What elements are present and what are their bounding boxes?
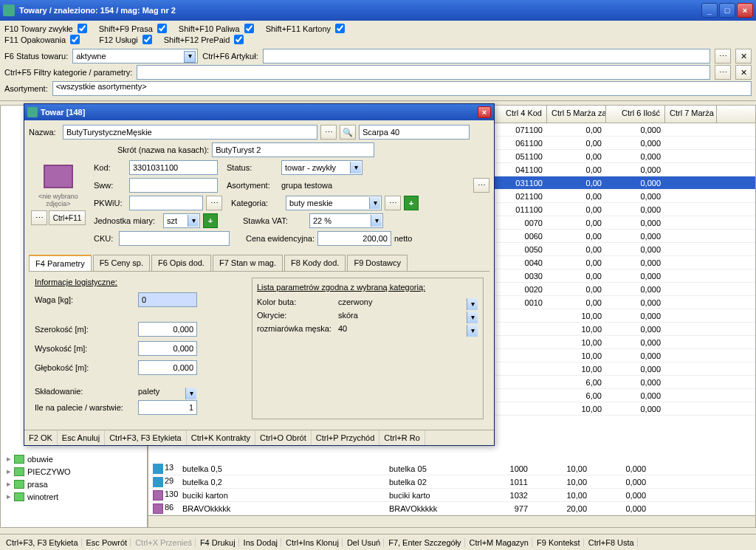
tab-f7[interactable]: F7 Stan w mag. — [213, 255, 283, 271]
input-szer[interactable] — [138, 322, 197, 337]
sb8[interactable]: F7, Enter Szczegóły — [385, 538, 464, 547]
close-btn[interactable]: × — [737, 3, 753, 18]
chk-shf12[interactable] — [234, 35, 244, 44]
tab-f8[interactable]: F8 Kody dod. — [284, 255, 346, 271]
sb6[interactable]: Ctrl+Ins Klonuj — [283, 538, 343, 547]
sb4[interactable]: F4 Drukuj — [197, 538, 239, 547]
tab-f9[interactable]: F9 Dostawcy — [347, 255, 408, 271]
mf-ctrlr[interactable]: Ctrl+R Ro — [379, 430, 425, 445]
input-artykul[interactable] — [263, 49, 710, 63]
tree-item[interactable]: ▸prasa — [1, 478, 147, 490]
input-sww[interactable] — [129, 178, 218, 193]
mf-ctrlk[interactable]: Ctrl+K Kontrakty — [187, 430, 255, 445]
btn-clear2[interactable]: ✕ — [735, 65, 752, 80]
chk-f11[interactable] — [70, 35, 80, 44]
mf-ctrlf3[interactable]: Ctrl+F3, F3 Etykieta — [105, 430, 187, 445]
combo-status[interactable]: aktywne — [72, 49, 198, 63]
btn-jm-add[interactable]: + — [203, 213, 218, 228]
tree-item[interactable]: ▸obuwie — [1, 453, 147, 465]
combo-jm[interactable]: szt — [163, 213, 200, 228]
btn-clear[interactable]: ✕ — [735, 49, 752, 63]
grid-row[interactable]: 130buciki kartonbuciki karto103210,000,0… — [148, 489, 755, 502]
input-skrot[interactable] — [212, 142, 374, 157]
input-pkwiu[interactable] — [129, 196, 203, 210]
mf-ctrlp[interactable]: Ctrl+P Przychód — [312, 430, 380, 445]
modal-close-btn[interactable]: × — [478, 106, 491, 118]
btn-more2[interactable]: ⋯ — [715, 65, 731, 80]
combo-rozm[interactable]: 40 — [338, 324, 478, 333]
btn-more[interactable]: ⋯ — [715, 49, 731, 63]
hdr-marza2[interactable]: Ctrl 7 Marża — [665, 106, 717, 123]
lbl-status: Status: — [227, 163, 278, 172]
chk-shf10[interactable] — [244, 24, 254, 33]
input-nazwa[interactable] — [63, 125, 317, 140]
btn-nazwa-more[interactable]: ⋯ — [320, 125, 337, 140]
search-icon[interactable]: 🔍 — [340, 125, 356, 140]
sb11[interactable]: Ctrl+F8 Usta — [585, 538, 638, 547]
chk-shf11[interactable] — [335, 24, 345, 33]
ctrlf11-btn[interactable]: Ctrl+F11 — [49, 210, 86, 225]
sb9[interactable]: Ctrl+M Magazyn — [467, 538, 532, 547]
grid-row[interactable]: 29butelka 0,2butelka 02101110,000,000 — [148, 475, 755, 489]
grid-row[interactable]: 86BRAVOkkkkkBRAVOkkkkk97720,000,000 — [148, 502, 755, 515]
combo-vat[interactable]: 22 % — [309, 213, 383, 228]
input-wys[interactable] — [138, 341, 197, 356]
combo-statusT[interactable]: towar - zwykły — [281, 160, 362, 175]
btn-pkwiu-more[interactable]: ⋯ — [206, 196, 222, 210]
tab-f4[interactable]: F4 Parametry — [29, 255, 92, 271]
lbl-f10: F10 Towary zwykłe — [4, 24, 73, 33]
lbl-f6: F6 Status towaru: — [4, 52, 68, 61]
sb10[interactable]: F9 Kontekst — [534, 538, 584, 547]
sb2[interactable]: Esc Powrót — [83, 538, 131, 547]
chk-shf9[interactable] — [157, 24, 167, 33]
input-asort[interactable]: <wszystkie asortymenty> — [52, 81, 752, 96]
lbl-shf9: Shift+F9 Prasa — [99, 24, 153, 33]
hscrollbar[interactable] — [148, 515, 755, 527]
btn-asort-more[interactable]: ⋯ — [473, 178, 489, 193]
tree-item[interactable]: ▸PIECZYWO — [1, 465, 147, 478]
sb7[interactable]: Del Usuń — [344, 538, 384, 547]
maximize-btn[interactable]: □ — [719, 3, 735, 18]
modal-towar: Towar [148] × Nazwa: ⋯ 🔍 Skrót (nazwa na… — [24, 103, 495, 446]
hdr-kod[interactable]: Ctrl 4 Kod — [488, 106, 547, 123]
lbl-wys: Wysokość [m]: — [35, 344, 138, 353]
mf-ctrlo[interactable]: Ctrl+O Obrót — [255, 430, 312, 445]
minimize-btn[interactable]: _ — [701, 3, 718, 18]
btn-kat-more[interactable]: ⋯ — [385, 196, 401, 210]
input-cena[interactable] — [317, 231, 391, 246]
sb5[interactable]: Ins Dodaj — [241, 538, 281, 547]
lbl-shf12: Shift+F12 PrePaid — [164, 35, 230, 44]
input-ile[interactable] — [138, 400, 197, 415]
lbl-okr: Okrycie: — [257, 311, 338, 320]
input-nazwa2[interactable] — [359, 125, 470, 140]
tab-f6[interactable]: F6 Opis dod. — [151, 255, 211, 271]
grid-row[interactable]: 13butelka 0,5butelka 05100010,000,000 — [148, 462, 755, 475]
modal-titlebar[interactable]: Towar [148] × — [24, 104, 494, 120]
input-cku[interactable] — [119, 231, 230, 246]
combo-okr[interactable]: skóra — [338, 311, 478, 320]
combo-kat[interactable]: buty meskie — [286, 196, 382, 210]
input-gleb[interactable] — [138, 360, 197, 375]
hdr-marza[interactable]: Ctrl 5 Marża zał. — [547, 106, 606, 123]
chk-f12[interactable] — [142, 35, 152, 44]
tab-f5[interactable]: F5 Ceny sp. — [93, 255, 150, 271]
input-waga[interactable] — [138, 292, 197, 307]
lbl-gleb: Głębokość [m]: — [35, 363, 138, 372]
combo-sklad[interactable]: palety — [138, 387, 197, 396]
toolbar: F10 Towary zwykłe Shift+F9 Prasa Shift+F… — [0, 21, 756, 101]
lbl-skrot: Skrót (nazwa na kasach): — [117, 145, 209, 154]
val-asort: grupa testowa — [281, 181, 470, 190]
btn-kat-add[interactable]: + — [404, 196, 419, 210]
mf-esc[interactable]: Esc Anuluj — [58, 430, 105, 445]
combo-kolor[interactable]: czerwony — [338, 298, 478, 306]
chk-f10[interactable] — [78, 24, 87, 33]
btn-photo-more[interactable]: ⋯ — [31, 210, 47, 225]
sb1[interactable]: Ctrl+F3, F3 Etykieta — [3, 538, 82, 547]
input-kod[interactable] — [129, 160, 218, 175]
hdr-ilosc[interactable]: Ctrl 6 Ilość — [606, 106, 665, 123]
sb3: Ctrl+X Przenieś — [132, 538, 196, 547]
input-filtry[interactable] — [137, 65, 710, 80]
mf-f2[interactable]: F2 OK — [24, 430, 58, 445]
lbl-vat: Stawka VAT: — [243, 216, 306, 225]
tree-item[interactable]: ▸winotrert — [1, 490, 147, 503]
